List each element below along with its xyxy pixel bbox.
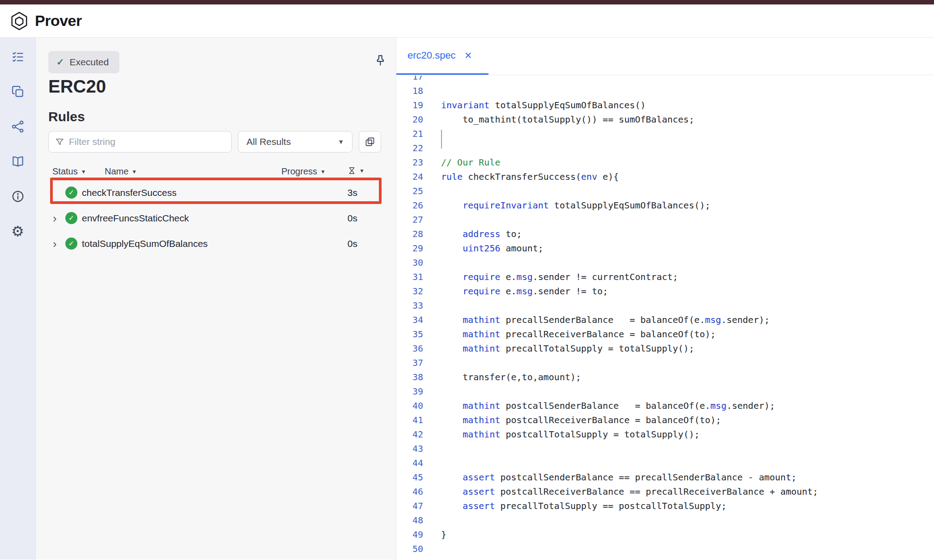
line-content: mathint postcallReceiverBalance = balanc… bbox=[441, 413, 721, 427]
rules-list-icon[interactable] bbox=[11, 50, 25, 64]
line-number: 30 bbox=[396, 255, 423, 270]
status-chip-executed: ✓ Executed bbox=[48, 51, 119, 73]
brand-name: Prover bbox=[35, 12, 82, 30]
contracts-icon[interactable] bbox=[11, 85, 25, 99]
rule-name: checkTransferSuccess bbox=[82, 187, 177, 198]
code-line: 49 } bbox=[396, 527, 934, 542]
line-number: 47 bbox=[396, 499, 423, 513]
column-header-name[interactable]: Name ▼ bbox=[105, 166, 137, 177]
line-number: 21 bbox=[396, 127, 423, 141]
code-line: 20 to_mathint(totalSupply()) == sumOfBal… bbox=[396, 112, 934, 127]
line-number: 20 bbox=[396, 112, 423, 127]
info-icon[interactable] bbox=[11, 189, 25, 204]
line-number: 23 bbox=[396, 155, 423, 170]
expand-chevron-icon[interactable]: › bbox=[53, 212, 64, 224]
results-filter-value: All Results bbox=[246, 136, 291, 147]
pin-icon[interactable] bbox=[374, 54, 387, 67]
filter-box bbox=[48, 131, 232, 153]
icon-sidebar: ⚙ bbox=[0, 38, 36, 560]
line-content: invariant totalSupplyEqSumOfBalances() bbox=[441, 98, 646, 112]
line-content: mathint postcallTotalSupply = totalSuppl… bbox=[441, 427, 700, 441]
filter-input[interactable] bbox=[69, 136, 225, 147]
main-content: ⚙ ✓ Executed ERC20 Rules bbox=[0, 38, 934, 560]
line-number: 49 bbox=[396, 527, 423, 542]
line-content: mathint precallTotalSupply = totalSupply… bbox=[441, 341, 694, 356]
rule-duration: 0s bbox=[348, 213, 357, 224]
hourglass-icon bbox=[348, 166, 356, 175]
line-number: 32 bbox=[396, 284, 423, 298]
line-number: 46 bbox=[396, 484, 423, 499]
line-content: mathint precallSenderBalance = balanceOf… bbox=[441, 313, 770, 327]
line-number: 37 bbox=[396, 356, 423, 370]
spec-editor: erc20.spec × 17 18 19 invariant totalSup… bbox=[396, 38, 934, 560]
line-content: to_mathint(totalSupply()) == sumOfBalanc… bbox=[441, 112, 694, 127]
page-title: ERC20 bbox=[48, 75, 106, 98]
call-trace-icon[interactable] bbox=[11, 119, 25, 134]
line-content: transfer(e,to,amount); bbox=[441, 370, 581, 384]
chevron-down-icon: ▼ bbox=[338, 138, 344, 145]
line-number: 28 bbox=[396, 227, 423, 241]
rule-name: totalSupplyEqSumOfBalances bbox=[82, 238, 208, 249]
code-line: 36 mathint precallTotalSupply = totalSup… bbox=[396, 341, 934, 356]
rules-table-header: Status ▼ Name ▼ Progress ▼ ▼ bbox=[48, 166, 382, 179]
tab-label: erc20.spec bbox=[408, 50, 456, 61]
code-line: 19 invariant totalSupplyEqSumOfBalances(… bbox=[396, 98, 934, 112]
expand-chevron-icon[interactable]: › bbox=[53, 238, 64, 250]
code-line: 50 bbox=[396, 542, 934, 556]
code-line: 35 mathint precallReceiverBalance = bala… bbox=[396, 327, 934, 341]
rules-table-body: › ✓ checkTransferSuccess 3s › ✓ envfreeF… bbox=[48, 180, 382, 256]
rule-row[interactable]: › ✓ envfreeFuncsStaticCheck 0s bbox=[48, 205, 382, 231]
line-content: require e.msg.sender != currentContract; bbox=[441, 270, 678, 284]
line-number: 48 bbox=[396, 513, 423, 527]
code-line: 21 bbox=[396, 127, 934, 141]
code-line: 28 address to; bbox=[396, 227, 934, 241]
app-header: Prover bbox=[0, 4, 934, 38]
line-number: 45 bbox=[396, 470, 423, 484]
prover-logo-icon bbox=[9, 11, 30, 31]
code-line: 26 requireInvariant totalSupplyEqSumOfBa… bbox=[396, 198, 934, 212]
rule-row[interactable]: › ✓ totalSupplyEqSumOfBalances 0s bbox=[48, 231, 382, 256]
column-header-progress[interactable]: Progress ▼ bbox=[281, 166, 326, 177]
code-line: 41 mathint postcallReceiverBalance = bal… bbox=[396, 413, 934, 427]
gear-glyph: ⚙ bbox=[11, 224, 24, 238]
line-content: address to; bbox=[441, 227, 522, 241]
line-content: } bbox=[441, 527, 446, 542]
line-number: 51 bbox=[396, 556, 423, 560]
line-number: 42 bbox=[396, 427, 423, 441]
line-number: 33 bbox=[396, 298, 423, 313]
line-content: uint256 amount; bbox=[441, 241, 543, 255]
line-number: 26 bbox=[396, 198, 423, 212]
code-line: 45 assert postcallSenderBalance == preca… bbox=[396, 470, 934, 484]
code-line: 25 bbox=[396, 184, 934, 198]
settings-icon[interactable]: ⚙ bbox=[11, 224, 25, 238]
code-line: 38 transfer(e,to,amount); bbox=[396, 370, 934, 384]
app-window: Prover bbox=[0, 0, 934, 560]
rule-name: envfreeFuncsStaticCheck bbox=[82, 213, 189, 224]
code-lines: 17 18 19 invariant totalSupplyEqSumOfBal… bbox=[396, 76, 934, 560]
line-content: // Our Rule bbox=[441, 155, 500, 170]
docs-icon[interactable] bbox=[11, 154, 25, 169]
code-viewport[interactable]: 17 18 19 invariant totalSupplyEqSumOfBal… bbox=[396, 76, 934, 560]
column-header-duration[interactable]: ▼ bbox=[348, 166, 365, 175]
funnel-icon bbox=[55, 137, 64, 147]
code-line: 40 mathint postcallSenderBalance = balan… bbox=[396, 399, 934, 413]
line-content: require e.msg.sender != to; bbox=[441, 284, 608, 298]
line-content: mathint precallReceiverBalance = balance… bbox=[441, 327, 716, 341]
code-line: 42 mathint postcallTotalSupply = totalSu… bbox=[396, 427, 934, 441]
rule-row[interactable]: › ✓ checkTransferSuccess 3s bbox=[48, 180, 382, 205]
close-tab-icon[interactable]: × bbox=[465, 50, 472, 62]
line-content: assert postcallSenderBalance == precallS… bbox=[441, 470, 797, 484]
column-header-status[interactable]: Status ▼ bbox=[52, 166, 86, 177]
line-number: 24 bbox=[396, 170, 423, 184]
results-filter-dropdown[interactable]: All Results ▼ bbox=[238, 131, 352, 153]
window-top-strip bbox=[0, 0, 934, 4]
expand-rows-button[interactable] bbox=[359, 131, 381, 153]
line-number: 44 bbox=[396, 456, 423, 470]
line-number: 43 bbox=[396, 441, 423, 456]
rule-duration: 0s bbox=[348, 238, 357, 249]
line-number: 25 bbox=[396, 184, 423, 198]
code-line: 18 bbox=[396, 84, 934, 98]
line-number: 27 bbox=[396, 212, 423, 227]
status-header-label: Status bbox=[52, 166, 78, 177]
tab-erc20-spec[interactable]: erc20.spec × bbox=[396, 38, 488, 75]
